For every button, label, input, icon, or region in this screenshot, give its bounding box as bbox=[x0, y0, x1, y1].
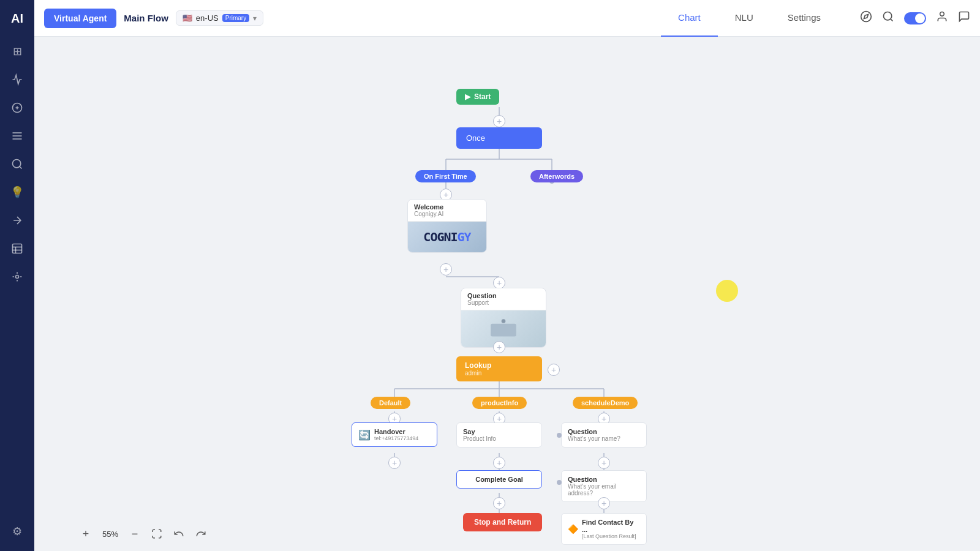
start-box[interactable]: ▶ Start bbox=[456, 89, 499, 105]
header: Virtual Agent Main Flow 🇺🇸 en-US Primary… bbox=[34, 0, 980, 37]
say-subtitle: Product Info bbox=[463, 435, 535, 442]
tab-settings[interactable]: Settings bbox=[771, 0, 838, 37]
plus-right-lookup[interactable]: + bbox=[548, 364, 560, 376]
sidebar-item-list[interactable] bbox=[5, 124, 29, 148]
afterwords-pill[interactable]: Afterwords bbox=[530, 170, 583, 182]
sidebar-item-analytics[interactable] bbox=[5, 152, 29, 176]
plus-after-say[interactable]: + bbox=[493, 457, 505, 469]
find-contact-text: Find Contact By ... [Last Question Resul… bbox=[582, 519, 640, 539]
welcome-node[interactable]: Welcome Cognigy.AI COGNIGY bbox=[407, 199, 487, 253]
zoom-level: 55% bbox=[99, 530, 121, 539]
once-node[interactable]: Once bbox=[456, 127, 542, 149]
say-node[interactable]: Say Product Info bbox=[456, 422, 542, 448]
svg-point-15 bbox=[940, 12, 944, 17]
start-label: Start bbox=[474, 92, 491, 101]
plus-after-question[interactable]: + bbox=[493, 341, 505, 353]
header-nav: Chart NLU Settings bbox=[661, 0, 838, 37]
svg-rect-6 bbox=[13, 244, 22, 253]
find-contact-node[interactable]: 🔶 Find Contact By ... [Last Question Res… bbox=[561, 513, 647, 545]
conn-dot-question-email bbox=[557, 480, 562, 485]
sidebar-item-logs[interactable] bbox=[5, 236, 29, 261]
question-support-node[interactable]: Question Support bbox=[461, 288, 546, 348]
schedule-demo-pill[interactable]: scheduleDemo bbox=[573, 397, 638, 409]
welcome-subtitle: Cognigy.AI bbox=[414, 211, 480, 217]
cursor-indicator bbox=[716, 280, 738, 302]
product-info-pill[interactable]: productInfo bbox=[472, 397, 527, 409]
sidebar-item-knowledge[interactable]: 💡 bbox=[5, 180, 29, 204]
main-content: Virtual Agent Main Flow 🇺🇸 en-US Primary… bbox=[34, 0, 980, 551]
question-name-subtitle: What's your name? bbox=[568, 435, 640, 442]
conn-dot-question-name bbox=[557, 433, 562, 438]
language-badge: Primary bbox=[222, 14, 249, 22]
question-name-node[interactable]: Question What's your name? bbox=[561, 422, 647, 448]
virtual-agent-button[interactable]: Virtual Agent bbox=[44, 9, 116, 28]
chart-canvas[interactable]: ▶ Start + Once On First Time Afterwords … bbox=[34, 37, 980, 551]
complete-goal-node[interactable]: Complete Goal bbox=[456, 470, 542, 489]
once-box[interactable]: Once bbox=[456, 127, 542, 149]
sidebar: AI ⊞ 💡 ⚙ bbox=[0, 0, 34, 551]
question-support-subtitle: Support bbox=[467, 299, 540, 306]
logo: AI bbox=[6, 7, 28, 29]
welcome-header: Welcome Cognigy.AI bbox=[408, 200, 486, 222]
user-icon[interactable] bbox=[936, 10, 948, 26]
plus-after-handover[interactable]: + bbox=[388, 457, 401, 469]
sidebar-item-connections[interactable] bbox=[5, 264, 29, 289]
question-name-title: Question bbox=[568, 428, 640, 435]
sidebar-item-flows[interactable] bbox=[5, 67, 29, 92]
undo-button[interactable] bbox=[170, 525, 187, 542]
default-pill[interactable]: Default bbox=[371, 397, 410, 409]
language-selector[interactable]: 🇺🇸 en-US Primary ▾ bbox=[176, 10, 263, 26]
toggle-switch[interactable] bbox=[904, 12, 926, 24]
plus-after-question-email[interactable]: + bbox=[598, 497, 610, 509]
welcome-title: Welcome bbox=[414, 203, 480, 211]
compass-icon[interactable] bbox=[860, 10, 872, 26]
handover-icon: 🔄 bbox=[358, 429, 371, 441]
question-support-title: Question bbox=[467, 292, 540, 299]
svg-point-13 bbox=[884, 12, 892, 20]
bottom-toolbar: + 55% − bbox=[77, 525, 209, 542]
language-code: en-US bbox=[196, 13, 219, 23]
question-support-header: Question Support bbox=[461, 288, 546, 310]
plus-after-welcome[interactable]: + bbox=[440, 263, 452, 276]
chevron-down-icon: ▾ bbox=[253, 14, 257, 23]
sidebar-item-grid[interactable]: ⊞ bbox=[5, 39, 29, 64]
plus-after-complete-goal[interactable]: + bbox=[493, 497, 505, 509]
stop-return-box[interactable]: Stop and Return bbox=[463, 513, 542, 531]
lookup-title: Lookup bbox=[465, 361, 533, 370]
svg-marker-12 bbox=[864, 14, 868, 18]
handover-node[interactable]: 🔄 Handover tel:+49175773494 bbox=[352, 422, 437, 447]
complete-goal-title: Complete Goal bbox=[463, 476, 535, 483]
find-contact-subtitle: [Last Question Result] bbox=[582, 533, 640, 539]
find-contact-icon: 🔶 bbox=[568, 524, 578, 534]
stop-return-node[interactable]: Stop and Return bbox=[463, 513, 542, 531]
plus-after-question-name[interactable]: + bbox=[598, 457, 610, 469]
sidebar-item-settings[interactable]: ⚙ bbox=[5, 519, 29, 544]
svg-point-10 bbox=[16, 276, 19, 279]
search-icon[interactable] bbox=[882, 10, 894, 26]
tab-nlu[interactable]: NLU bbox=[718, 0, 771, 37]
on-first-time-pill[interactable]: On First Time bbox=[415, 170, 476, 182]
svg-point-4 bbox=[13, 160, 21, 168]
sidebar-item-nlu[interactable] bbox=[5, 96, 29, 120]
play-icon: ▶ bbox=[465, 92, 470, 101]
redo-button[interactable] bbox=[192, 525, 209, 542]
say-title: Say bbox=[463, 428, 535, 435]
fit-screen-button[interactable] bbox=[148, 525, 165, 542]
zoom-in-button[interactable]: + bbox=[77, 525, 94, 542]
svg-point-11 bbox=[861, 12, 872, 22]
lookup-node[interactable]: Lookup admin bbox=[456, 356, 542, 381]
plus-after-start[interactable]: + bbox=[493, 115, 505, 127]
svg-line-5 bbox=[20, 167, 22, 169]
question-email-title: Question bbox=[568, 476, 640, 483]
header-icons bbox=[860, 10, 970, 26]
svg-rect-46 bbox=[491, 324, 516, 337]
zoom-out-button[interactable]: − bbox=[126, 525, 143, 542]
tab-chart[interactable]: Chart bbox=[661, 0, 718, 37]
plus-before-question[interactable]: + bbox=[493, 277, 505, 289]
chat-icon[interactable] bbox=[958, 10, 970, 26]
svg-point-47 bbox=[502, 319, 506, 323]
question-email-subtitle: What's your email address? bbox=[568, 483, 640, 497]
sidebar-item-handover[interactable] bbox=[5, 208, 29, 233]
start-node[interactable]: ▶ Start bbox=[456, 89, 499, 105]
handover-subtitle: tel:+49175773494 bbox=[374, 435, 418, 441]
